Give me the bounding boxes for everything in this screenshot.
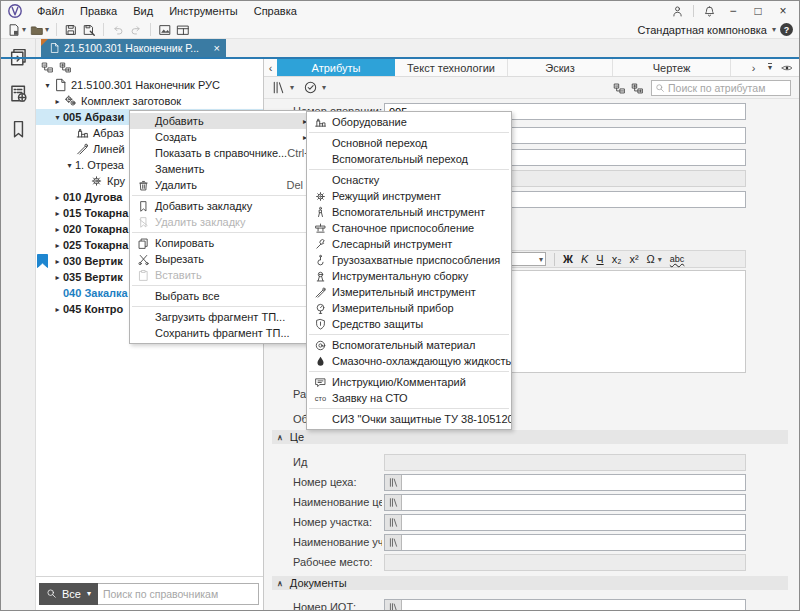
expand-arrow-icon[interactable]: ▾ <box>52 113 63 122</box>
tab-technology-text[interactable]: Текст технологии <box>395 59 508 76</box>
tree-item-root[interactable]: ▾21.5100.301 Наконечник РУС <box>36 77 263 93</box>
shop-name-field[interactable] <box>384 494 746 511</box>
tab-attributes[interactable]: Атрибуты <box>277 59 395 76</box>
chevron-down-icon[interactable]: ▾ <box>772 25 776 34</box>
expand-arrow-icon[interactable]: ▾ <box>42 81 53 90</box>
expand-arrow-icon[interactable]: ▾ <box>64 161 75 170</box>
menu-item-paste[interactable]: Вставить <box>130 267 310 283</box>
submenu-item-protection[interactable]: Средство защиты <box>307 316 511 332</box>
menu-help[interactable]: Справка <box>246 1 305 21</box>
new-document-button[interactable]: ▾ <box>6 22 27 38</box>
submenu-item-measuring-tool[interactable]: Измерительный инструмент <box>307 284 511 300</box>
tabs-scroll-left-icon[interactable]: ‹ <box>264 59 277 76</box>
site-name-field[interactable] <box>384 534 746 551</box>
undo-button[interactable] <box>110 22 126 38</box>
submenu-item-equipment[interactable]: Оборудование <box>307 114 511 130</box>
shop-number-field[interactable] <box>384 474 746 491</box>
reference-picker-icon[interactable] <box>385 515 402 530</box>
attributes-search-input[interactable] <box>668 82 787 94</box>
submenu-item-aux-material[interactable]: Вспомогательный материал <box>307 337 511 353</box>
bookmarks-button[interactable] <box>8 119 29 140</box>
collapse-groups-icon[interactable] <box>613 82 626 95</box>
menu-item-replace[interactable]: Заменить <box>130 161 310 177</box>
save-as-button[interactable] <box>81 22 97 38</box>
save-button[interactable] <box>63 22 79 38</box>
collapse-chevron-icon[interactable]: ∧ <box>277 579 283 588</box>
expand-arrow-icon[interactable]: ▸ <box>52 257 63 266</box>
open-document-button[interactable]: ▾ <box>29 22 50 38</box>
chevron-down-icon[interactable]: ▾ <box>87 589 91 598</box>
superscript-button[interactable]: x² <box>629 253 638 265</box>
menu-tools[interactable]: Инструменты <box>161 1 246 21</box>
reference-picker-icon[interactable] <box>385 495 402 510</box>
menu-item-show-in-reference[interactable]: Показать в справочнике...Ctrl+Q <box>130 145 310 161</box>
submenu-item-coolant[interactable]: Смазочно-охлаждающую жидкость <box>307 353 511 369</box>
spellcheck-button[interactable]: abc <box>670 254 685 264</box>
minimize-button[interactable]: − <box>725 4 741 18</box>
expand-arrow-icon[interactable]: ▸ <box>52 209 63 218</box>
reference-picker-icon[interactable] <box>385 600 402 610</box>
menu-item-load-fragment[interactable]: Загрузить фрагмент ТП... <box>130 309 310 325</box>
menu-item-delete[interactable]: УдалитьDel <box>130 177 310 193</box>
italic-button[interactable]: K <box>581 253 588 265</box>
section-shop[interactable]: ∧ Це <box>272 430 788 444</box>
submenu-item-cutting-tool[interactable]: Режущий инструмент <box>307 188 511 204</box>
site-number-field[interactable] <box>384 514 746 531</box>
menu-item-select-all[interactable]: Выбрать все <box>130 288 310 304</box>
submenu-item-measuring-device[interactable]: Измерительный прибор <box>307 300 511 316</box>
menu-item-add[interactable]: Добавить▸ <box>130 113 310 129</box>
menu-file[interactable]: Файл <box>29 1 72 21</box>
expand-arrow-icon[interactable]: ▸ <box>52 225 63 234</box>
submenu-item-siz-glasses[interactable]: СИЗ "Очки защитные ТУ 38-1051204-78" <box>307 411 511 427</box>
menu-edit[interactable]: Правка <box>72 1 125 21</box>
submenu-item-tool-assembly[interactable]: Инструментальную сборку <box>307 268 511 284</box>
help-button[interactable]: ? <box>780 23 793 36</box>
iot-number-field[interactable] <box>384 599 746 610</box>
submenu-item-machine-fixture[interactable]: Станочное приспособление <box>307 220 511 236</box>
chevron-down-icon[interactable]: ▾ <box>658 255 662 264</box>
reference-picker-icon[interactable] <box>385 535 402 550</box>
reference-books-icon[interactable] <box>271 80 286 95</box>
chevron-down-icon[interactable]: ▾ <box>22 25 26 34</box>
submenu-item-main-transition[interactable]: Основной переход <box>307 135 511 151</box>
expand-arrow-icon[interactable]: ▸ <box>52 305 63 314</box>
expand-groups-icon[interactable] <box>631 82 644 95</box>
reference-picker-icon[interactable] <box>385 475 402 490</box>
tab-drawing[interactable]: Чертеж <box>613 59 731 76</box>
chevron-down-icon[interactable]: ▾ <box>290 83 294 92</box>
apply-check-icon[interactable] <box>303 80 318 95</box>
menu-item-cut[interactable]: Вырезать <box>130 251 310 267</box>
menu-view[interactable]: Вид <box>125 1 161 21</box>
visibility-eye-icon[interactable] <box>780 62 794 74</box>
expand-arrow-icon[interactable]: ▸ <box>52 193 63 202</box>
menu-item-create[interactable]: Создать▸ <box>130 129 310 145</box>
close-window-button[interactable]: × <box>775 4 791 18</box>
tab-sketch[interactable]: Эскиз <box>508 59 613 76</box>
preview-button[interactable] <box>157 22 173 38</box>
submenu-item-tooling[interactable]: Оснастку <box>307 172 511 188</box>
chevron-down-icon[interactable]: ▾ <box>45 25 49 34</box>
notifications-bell-icon[interactable] <box>703 5 716 18</box>
submenu-item-instruction-comment[interactable]: Инструкцию/Комментарий <box>307 374 511 390</box>
submenu-item-lifting-fixture[interactable]: Грузозахватные приспособления <box>307 252 511 268</box>
submenu-item-aux-tool[interactable]: Вспомогательный инструмент <box>307 204 511 220</box>
close-tab-icon[interactable]: × <box>208 42 220 54</box>
tree-item-blanks-kit[interactable]: ▸Комплект заготовок <box>36 93 263 109</box>
chevron-down-icon[interactable]: ▾ <box>322 83 326 92</box>
layout-combo[interactable]: Стандартная компоновка <box>637 24 767 36</box>
subscript-button[interactable]: x₂ <box>612 253 622 265</box>
collapse-chevron-icon[interactable]: ∧ <box>277 433 283 442</box>
document-tab[interactable]: 21.5100.301 Наконечник Р... × <box>41 39 226 57</box>
menu-item-remove-bookmark[interactable]: Удалить закладку <box>130 214 310 230</box>
submenu-item-sto-request[interactable]: стоЗаявку на СТО <box>307 390 511 406</box>
menu-item-save-fragment[interactable]: Сохранить фрагмент ТП... <box>130 325 310 341</box>
redo-button[interactable] <box>128 22 144 38</box>
tabs-overflow-icon[interactable]: ▾ <box>768 63 772 72</box>
tabs-scroll-right-icon[interactable]: › <box>747 62 760 74</box>
menu-item-copy[interactable]: Копировать <box>130 235 310 251</box>
search-scope-button[interactable]: Все ▾ <box>39 583 98 605</box>
expand-arrow-icon[interactable]: ▸ <box>52 97 63 106</box>
maximize-button[interactable]: □ <box>750 4 766 18</box>
symbol-omega-button[interactable]: Ω <box>647 253 655 265</box>
menu-item-add-bookmark[interactable]: Добавить закладку <box>130 198 310 214</box>
